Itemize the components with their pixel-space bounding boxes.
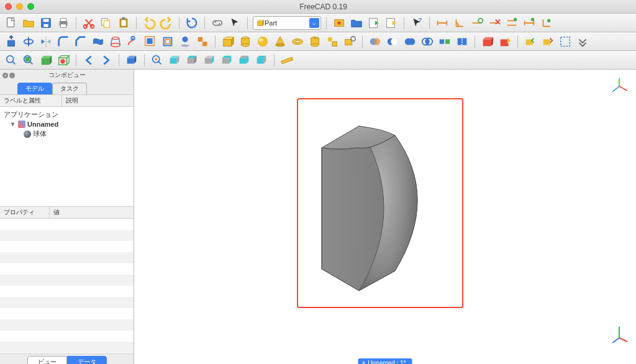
svg-rect-6 — [60, 24, 66, 27]
measure-toggle-all-button[interactable] — [504, 16, 519, 30]
close-window-button[interactable] — [5, 3, 12, 10]
measure-toggle-delta-button[interactable] — [539, 16, 554, 30]
3d-viewport[interactable]: × Unnamed : 1* — [134, 70, 636, 364]
ruled-surface-button[interactable] — [91, 34, 106, 49]
compound-button[interactable] — [195, 34, 210, 49]
new-file-button[interactable] — [4, 16, 19, 30]
offset-3d-button[interactable] — [143, 34, 158, 49]
tree-item-sphere[interactable]: 球体 — [2, 129, 131, 139]
minimize-window-button[interactable] — [16, 3, 23, 10]
workbench-selector[interactable]: Part ⌄ — [253, 16, 321, 30]
nav-forward-button[interactable] — [99, 53, 114, 68]
svg-rect-5 — [60, 18, 66, 21]
measure-angular-button[interactable] — [452, 16, 467, 30]
copy-button[interactable] — [99, 16, 114, 30]
svg-rect-13 — [122, 17, 125, 19]
print-button[interactable] — [56, 16, 71, 30]
sphere-button[interactable] — [255, 34, 270, 49]
more-button[interactable] — [575, 34, 590, 49]
union-button[interactable] — [402, 34, 417, 49]
torus-button[interactable] — [290, 34, 305, 49]
thickness-button[interactable] — [160, 34, 175, 49]
right-view-button[interactable] — [202, 53, 217, 68]
sweep-button[interactable] — [125, 34, 140, 49]
cursor-button[interactable] — [227, 16, 242, 30]
fit-all-button[interactable] — [4, 53, 19, 68]
property-panel[interactable] — [0, 219, 134, 353]
separator — [144, 54, 145, 66]
close-tab-icon[interactable]: × — [362, 360, 366, 364]
measure-refresh-button[interactable] — [470, 16, 484, 30]
svg-rect-69 — [561, 37, 570, 46]
tab-data[interactable]: データ — [67, 356, 107, 364]
check-geometry-button[interactable] — [480, 34, 495, 49]
export-button[interactable] — [540, 34, 555, 49]
macro-play-button[interactable] — [366, 16, 381, 30]
box-button[interactable] — [220, 34, 235, 49]
front-view-button[interactable] — [167, 53, 182, 68]
cylinder-button[interactable] — [238, 34, 253, 49]
loft-button[interactable] — [108, 34, 123, 49]
box-selection-button[interactable] — [558, 34, 573, 49]
measure-toggle-3d-button[interactable] — [522, 16, 537, 30]
refresh-button[interactable] — [184, 16, 199, 30]
tab-view[interactable]: ビュー — [27, 356, 67, 364]
nav-back-button[interactable] — [81, 53, 96, 68]
svg-rect-68 — [543, 39, 550, 45]
svg-point-26 — [112, 37, 119, 39]
bounding-box-button[interactable] — [56, 53, 71, 68]
chamfer-button[interactable] — [73, 34, 88, 49]
draw-style-button[interactable] — [39, 53, 53, 68]
model-tree[interactable]: アプリケーション ▼Unnamed 球体 — [0, 107, 134, 206]
projection-button[interactable] — [178, 34, 193, 49]
macro-edit-button[interactable] — [384, 16, 399, 30]
split-button[interactable] — [455, 34, 470, 49]
import-button[interactable] — [523, 34, 538, 49]
cut-button[interactable] — [81, 16, 96, 30]
document-tab-label: Unnamed : 1* — [368, 360, 406, 364]
undo-button[interactable] — [142, 16, 157, 30]
mirror-button[interactable] — [39, 34, 53, 49]
disclosure-triangle-icon[interactable]: ▼ — [10, 121, 16, 127]
document-tab[interactable]: × Unnamed : 1* — [358, 358, 412, 364]
shapebuilder-button[interactable] — [342, 34, 357, 49]
svg-rect-51 — [332, 42, 337, 46]
measure-linear-button[interactable] — [435, 16, 450, 30]
open-file-button[interactable] — [21, 16, 36, 30]
part-icon — [256, 19, 265, 27]
paste-button[interactable] — [116, 16, 131, 30]
cut-boolean-button[interactable] — [385, 34, 400, 49]
intersection-button[interactable] — [420, 34, 435, 49]
defeaturing-button[interactable] — [497, 34, 512, 49]
fit-selection-button[interactable] — [21, 53, 36, 68]
primitives-button[interactable] — [325, 34, 340, 49]
isometric-button[interactable] — [124, 53, 139, 68]
fillet-button[interactable] — [56, 34, 71, 49]
panel-close-icon[interactable]: × — [2, 73, 8, 78]
bottom-view-button[interactable] — [237, 53, 252, 68]
tube-button[interactable] — [307, 34, 322, 49]
cone-button[interactable] — [273, 34, 288, 49]
rear-view-button[interactable] — [219, 53, 234, 68]
link-button[interactable] — [210, 16, 225, 30]
macro-record-button[interactable] — [332, 16, 347, 30]
save-button[interactable] — [39, 16, 53, 30]
extrude-button[interactable] — [4, 34, 19, 49]
top-view-button[interactable] — [184, 53, 199, 68]
tree-document[interactable]: ▼Unnamed — [2, 120, 131, 129]
boolean-button[interactable] — [368, 34, 383, 49]
macro-folder-button[interactable] — [349, 16, 364, 30]
whatsthis-button[interactable]: ? — [409, 16, 424, 30]
redo-button[interactable] — [159, 16, 174, 30]
panel-undock-icon[interactable]: ◦ — [9, 73, 15, 78]
tab-task[interactable]: タスク — [52, 83, 87, 94]
left-view-button[interactable] — [254, 53, 269, 68]
join-connect-button[interactable] — [437, 34, 452, 49]
maximize-window-button[interactable] — [27, 3, 34, 10]
measure-distance-button[interactable] — [279, 53, 294, 68]
measure-clear-button[interactable] — [487, 16, 502, 30]
tab-model[interactable]: モデル — [17, 83, 52, 94]
tree-root[interactable]: アプリケーション — [2, 109, 131, 120]
sync-view-button[interactable] — [150, 53, 165, 68]
revolve-button[interactable] — [21, 34, 36, 49]
